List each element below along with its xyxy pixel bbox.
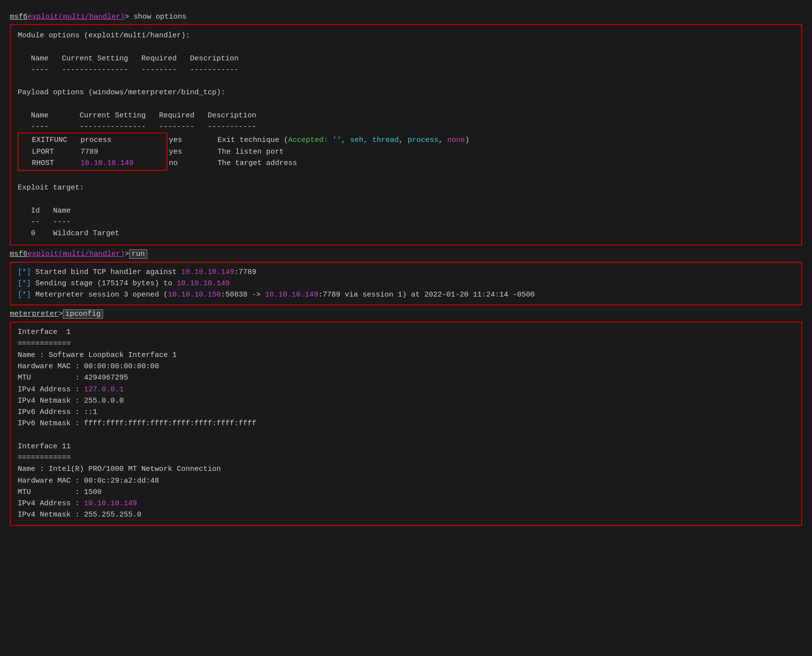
lport-value: 7789 <box>81 148 156 156</box>
iface11-mac-label: Hardware MAC <box>18 477 71 485</box>
ipconfig-output-block: Interface 1 ============ Name : Software… <box>10 322 802 525</box>
run-ip4: 10.10.10.149 <box>265 291 318 299</box>
iface1-ipv6-label: IPv6 Address <box>18 408 71 416</box>
run-port1: :7789 <box>234 268 256 276</box>
iface1-ipv6mask-label: IPv6 Netmask <box>18 419 71 428</box>
iface1-mac-val: : 00:00:00:00:00:00 <box>71 362 159 371</box>
iface11-mtu-val: : 1500 <box>31 488 102 496</box>
iface11-mac-val: : 00:0c:29:a2:dd:48 <box>71 477 159 485</box>
block3-content: Interface 1 ============ Name : Software… <box>18 327 794 520</box>
iface1-ipv6-val: : ::1 <box>71 408 97 416</box>
iface1-header: Interface 1 <box>18 328 71 336</box>
show-options-block: Module options (exploit/multi/handler): … <box>10 24 802 246</box>
msf-arrow-2: > <box>125 250 129 258</box>
iface1-mtu-label: MTU <box>18 374 31 382</box>
prompt-line-3: meterpreter > ipconfig <box>10 309 802 319</box>
block2-content: [*] Started bind TCP handler against 10.… <box>18 267 794 301</box>
msf-prompt-1: msf6 <box>10 13 27 21</box>
exitfunc-suffix: ) <box>465 136 469 144</box>
module-options-header: Module options (exploit/multi/handler): <box>18 31 190 40</box>
iface11-sep: ============ <box>18 454 71 462</box>
comma-1: , <box>399 136 407 144</box>
comma-2: , <box>438 136 447 144</box>
run-line3-text: Meterpreter session 3 opened ( <box>31 291 168 299</box>
thread-value: thread <box>372 136 399 144</box>
iface1-ipv4mask-val: : 255.0.0.0 <box>71 397 124 405</box>
meterp-prompt: meterpreter <box>10 310 58 318</box>
run-command[interactable]: run <box>129 249 147 259</box>
run-port3b: :7789 via session 1) <box>318 291 406 299</box>
payload-current-setting-header: Current Setting <box>80 111 146 120</box>
star-2: [*] <box>18 279 31 288</box>
block1-content: Module options (exploit/multi/handler): … <box>18 30 794 240</box>
run-port3a: :50838 -> <box>221 291 265 299</box>
iface11-name-val: : Intel(R) PRO/1000 MT Network Connectio… <box>35 465 221 473</box>
run-timestamp: at 2022-01-20 11:24:14 -0500 <box>406 291 535 299</box>
prompt-line-2: msf6exploit(multi/handler) > run <box>10 249 802 259</box>
msf-prompt-2: msf6 <box>10 250 27 258</box>
iface11-ipv4-label: IPv4 Address <box>18 499 71 508</box>
run-output-block: [*] Started bind TCP handler against 10.… <box>10 262 802 306</box>
iface11-header: Interface 11 <box>18 442 71 451</box>
meterp-arrow: > <box>58 310 63 318</box>
exitfunc-value: process <box>81 136 156 144</box>
iface1-ipv4-ip: 127.0.0.1 <box>84 385 124 394</box>
star-3: [*] <box>18 291 31 299</box>
iface11-ipv4-val: : <box>71 499 84 508</box>
iface1-mtu-val: : 4294967295 <box>31 374 128 382</box>
run-ip3: 10.10.10.150 <box>168 291 221 299</box>
accepted-values: '', seh, <box>332 136 372 144</box>
iface11-ipv4-ip: 10.10.10.149 <box>84 499 137 508</box>
run-ip2: 10.10.10.149 <box>177 279 230 288</box>
exploit-target-header: Exploit target: <box>18 184 84 192</box>
id-name-header: Id Name -- ---- 0 Wildcard Target <box>18 207 119 238</box>
prompt-line-1: msf6exploit(multi/handler) > show option… <box>10 13 802 21</box>
terminal: msf6exploit(multi/handler) > show option… <box>5 5 807 535</box>
iface1-ipv6mask-val: : ffff:ffff:ffff:ffff:ffff:ffff:ffff:fff… <box>71 419 256 428</box>
none-value: none <box>447 136 465 144</box>
msf-command-1: > show options <box>125 13 187 21</box>
run-line2-text: Sending stage (175174 bytes) to <box>31 279 177 288</box>
msf-module-2: exploit(multi/handler) <box>27 250 125 258</box>
iface11-mtu-label: MTU <box>18 488 31 496</box>
accepted-label: Accepted: <box>288 136 332 144</box>
rhost-value: 10.10.10.149 <box>81 159 156 167</box>
ipconfig-command[interactable]: ipconfig <box>63 309 103 319</box>
iface1-mac-label: Hardware MAC <box>18 362 71 371</box>
iface11-ipv4mask-val: : 255.255.255.0 <box>71 511 141 519</box>
payload-options-header: Payload options (windows/meterpreter/bin… <box>18 88 225 97</box>
iface11-name-label: Name <box>18 465 35 473</box>
run-line1-text: Started bind TCP handler against <box>31 268 181 276</box>
iface1-ipv4-val: : <box>71 385 84 394</box>
col-header: Name Current Setting Required Descriptio… <box>18 55 239 74</box>
iface1-name-val: : Software Loopback Interface 1 <box>35 351 177 359</box>
iface1-ipv4mask-label: IPv4 Netmask <box>18 397 71 405</box>
current-setting-header: Current Setting <box>62 55 128 63</box>
iface1-ipv4-label: IPv4 Address <box>18 385 71 394</box>
star-1: [*] <box>18 268 31 276</box>
run-ip1: 10.10.10.149 <box>181 268 234 276</box>
payload-params-box: EXITFUNC process yes Exit technique (Acc… <box>18 133 167 171</box>
msf-module-1: exploit(multi/handler) <box>27 13 125 21</box>
iface11-ipv4mask-label: IPv4 Netmask <box>18 511 71 519</box>
iface1-name-label: Name <box>18 351 35 359</box>
payload-col-header: Name Current Setting Required Descriptio… <box>18 111 256 131</box>
process-value: process <box>407 136 438 144</box>
iface1-sep: ============ <box>18 340 71 348</box>
